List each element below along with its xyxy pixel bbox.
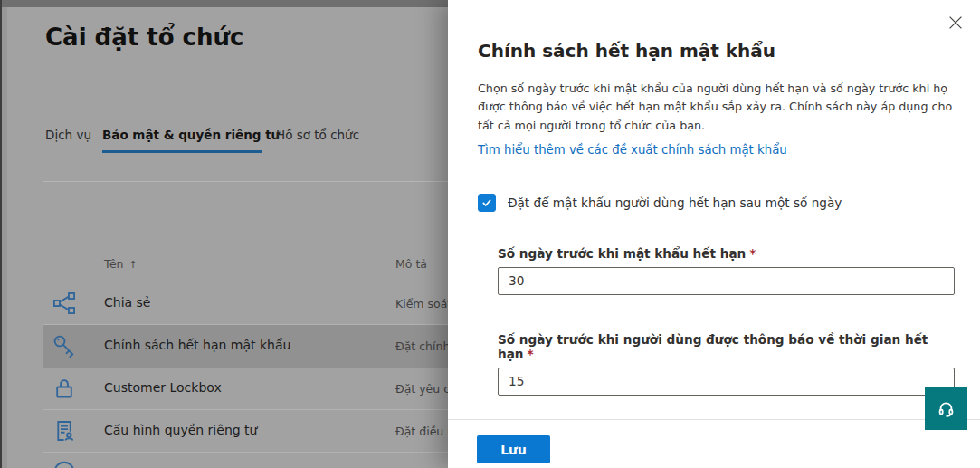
circle-icon — [52, 460, 76, 468]
required-marker: * — [749, 246, 756, 261]
panel-description: Chọn số ngày trước khi mật khẩu của ngườ… — [478, 80, 955, 135]
days-before-notification-input[interactable] — [498, 368, 955, 396]
active-tab-underline — [102, 150, 262, 153]
days-before-expiration-field: Số ngày trước khi mật khẩu hết hạn* — [498, 246, 955, 295]
feedback-button[interactable] — [925, 387, 967, 430]
expiration-checkbox[interactable] — [478, 194, 496, 212]
learn-more-link[interactable]: Tìm hiểu thêm về các đề xuất chính sách … — [478, 143, 787, 157]
sort-ascending-icon: ↑ — [129, 259, 138, 271]
table-row-privacy-configuration[interactable]: Cấu hình quyền riêng tư Đặt điều kh — [0, 410, 448, 453]
tab-security-privacy[interactable]: Bảo mật & quyền riêng tư — [102, 128, 280, 142]
checkmark-icon — [481, 197, 492, 208]
share-icon — [52, 291, 76, 315]
document-person-icon — [52, 419, 76, 443]
row-name: Chính sách hết hạn mật khẩu — [104, 338, 290, 352]
column-header-name[interactable]: Tên↑ — [104, 257, 138, 271]
expiration-checkbox-label: Đặt để mật khẩu người dùng hết hạn sau m… — [508, 196, 842, 210]
lock-icon — [52, 377, 76, 400]
table-row-password-expiration-policy[interactable]: Chính sách hết hạn mật khẩu Đặt chính s — [0, 325, 448, 368]
days-before-expiration-input[interactable] — [498, 267, 955, 295]
tab-services[interactable]: Dịch vụ — [45, 128, 91, 142]
page-title: Cài đặt tổ chức — [45, 24, 243, 51]
password-expiration-policy-panel: Chính sách hết hạn mật khẩu Chọn số ngày… — [448, 0, 980, 468]
field-label: Số ngày trước khi người dùng được thông … — [498, 332, 955, 361]
table-row-sharing[interactable]: Chia sẻ Kiểm soát c — [0, 282, 448, 325]
table-row-partial[interactable] — [0, 453, 448, 468]
policy-fields: Số ngày trước khi mật khẩu hết hạn* Số n… — [498, 246, 955, 396]
row-name: Customer Lockbox — [104, 380, 222, 395]
save-button[interactable]: Lưu — [477, 435, 550, 463]
expiration-checkbox-row[interactable]: Đặt để mật khẩu người dùng hết hạn sau m… — [478, 194, 955, 212]
tab-org-profile[interactable]: Hồ sơ tổ chức — [276, 128, 359, 142]
headset-icon — [937, 400, 955, 417]
row-name: Cấu hình quyền riêng tư — [104, 423, 257, 437]
top-bar — [0, 0, 448, 7]
days-before-notification-field: Số ngày trước khi người dùng được thông … — [498, 332, 955, 396]
section-divider — [43, 181, 448, 182]
app-window: Cài đặt tổ chức Dịch vụ Bảo mật & quyền … — [0, 0, 980, 468]
column-header-description[interactable]: Mô tả — [395, 257, 427, 271]
panel-title: Chính sách hết hạn mật khẩu — [478, 40, 955, 62]
panel-footer-divider — [448, 419, 980, 420]
field-label: Số ngày trước khi mật khẩu hết hạn* — [498, 246, 955, 261]
row-name: Chia sẻ — [104, 295, 150, 310]
key-icon — [52, 334, 76, 358]
table-row-customer-lockbox[interactable]: Customer Lockbox Đặt yêu cầu — [0, 368, 448, 410]
required-marker: * — [528, 347, 534, 361]
